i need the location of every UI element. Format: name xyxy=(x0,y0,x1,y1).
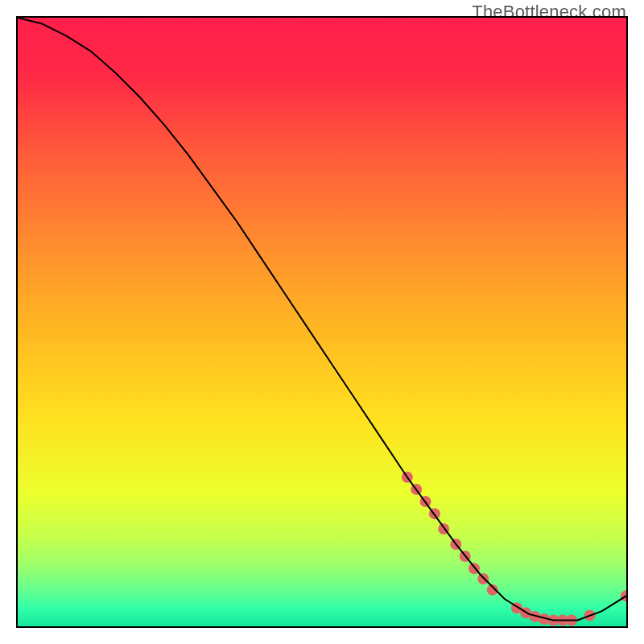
highlight-markers xyxy=(402,472,626,626)
curve-layer xyxy=(18,18,626,626)
plot-area xyxy=(16,16,628,628)
bottleneck-curve xyxy=(18,18,626,620)
chart-container: TheBottleneck.com xyxy=(0,0,644,644)
highlight-dot xyxy=(477,573,489,584)
